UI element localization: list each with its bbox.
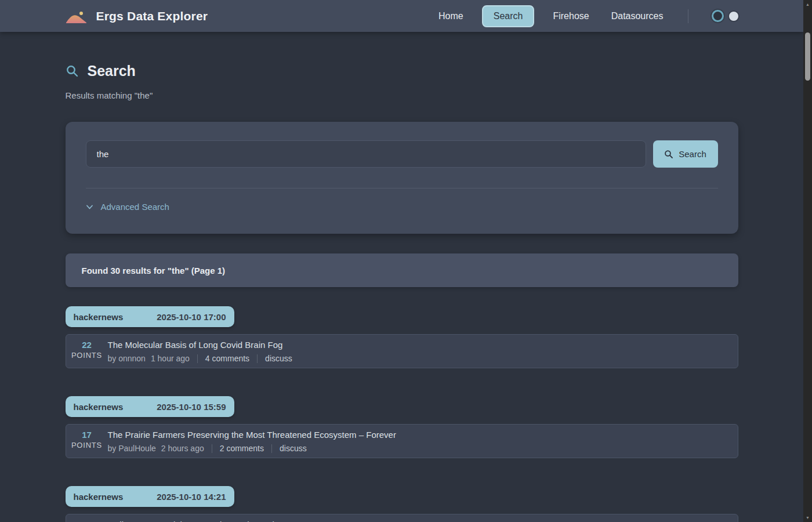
discuss-link[interactable]: discuss — [280, 444, 307, 453]
meta-separator — [271, 444, 272, 453]
search-button-label: Search — [679, 149, 706, 159]
points-label: POINTS — [71, 441, 102, 449]
points-column: 17 POINTS — [66, 429, 108, 453]
scroll-down-arrow-icon[interactable]: ▼ — [803, 513, 812, 522]
nav-item-firehose[interactable]: Firehose — [549, 5, 592, 27]
meta-separator — [212, 444, 212, 453]
points-value: 197 — [79, 520, 94, 522]
search-icon — [66, 64, 79, 78]
scroll-up-arrow-icon[interactable]: ▲ — [803, 0, 812, 9]
result-meta: by onnnon 1 hour ago 4 comments discuss — [108, 354, 728, 363]
result-group: hackernews 2025-10-10 15:59 17 POINTS Th… — [66, 396, 738, 458]
source-name: hackernews — [74, 492, 124, 502]
app-title: Ergs Data Explorer — [96, 9, 208, 23]
result-title-link[interactable]: The Prairie Farmers Preserving the Most … — [108, 430, 728, 440]
source-badge: hackernews 2025-10-10 17:00 — [66, 306, 234, 327]
result-group: hackernews 2025-10-10 14:21 197 Igalia, … — [66, 486, 738, 522]
source-name: hackernews — [74, 402, 124, 412]
result-timestamp: 2025-10-10 17:00 — [157, 312, 226, 322]
result-title-link[interactable]: Igalia, Servo, and the Sovereign Tech Fu… — [108, 520, 728, 522]
panel-divider — [86, 188, 718, 188]
advanced-search-label: Advanced Search — [101, 202, 169, 212]
result-age: 1 hour ago — [151, 354, 190, 363]
dune-sun-logo-icon — [66, 9, 87, 24]
points-column: 22 POINTS — [66, 339, 108, 363]
result-timestamp: 2025-10-10 14:21 — [157, 492, 226, 502]
discuss-link[interactable]: discuss — [265, 354, 292, 363]
result-card: 17 POINTS The Prairie Farmers Preserving… — [66, 424, 738, 458]
brand[interactable]: Ergs Data Explorer — [66, 9, 208, 24]
result-meta: by PaulHoule 2 hours ago 2 comments disc… — [108, 444, 728, 453]
result-author: by PaulHoule — [108, 444, 156, 453]
page-subtitle: Results matching "the" — [66, 90, 738, 100]
nav-item-home[interactable]: Home — [435, 5, 467, 27]
source-name: hackernews — [74, 312, 124, 322]
result-card: 22 POINTS The Molecular Basis of Long Co… — [66, 334, 738, 368]
search-panel: Search Advanced Search — [66, 122, 738, 234]
navbar: Ergs Data Explorer Home Search Firehose … — [0, 0, 803, 32]
results-summary-bar: Found 30 results for "the" (Page 1) — [66, 253, 738, 287]
comments-link[interactable]: 2 comments — [220, 444, 264, 453]
nav-item-search[interactable]: Search — [482, 5, 535, 27]
result-age: 2 hours ago — [161, 444, 204, 453]
advanced-search-toggle[interactable]: Advanced Search — [86, 202, 169, 212]
page-title: Search — [88, 63, 136, 79]
scrollbar-thumb[interactable] — [805, 32, 810, 81]
meta-separator — [257, 354, 258, 363]
light-theme-toggle-icon[interactable] — [729, 12, 738, 21]
vertical-scrollbar[interactable]: ▲ ▼ — [803, 0, 812, 522]
result-author: by onnnon — [108, 354, 146, 363]
main-content: Search Results matching "the" Search — [66, 63, 738, 522]
result-timestamp: 2025-10-10 15:59 — [157, 402, 226, 412]
source-badge: hackernews 2025-10-10 14:21 — [66, 486, 234, 507]
result-title-link[interactable]: The Molecular Basis of Long Covid Brain … — [108, 340, 728, 350]
result-card: 197 Igalia, Servo, and the Sovereign Tec… — [66, 514, 738, 522]
result-group: hackernews 2025-10-10 17:00 22 POINTS Th… — [66, 306, 738, 368]
nav-item-datasources[interactable]: Datasources — [608, 5, 667, 27]
nav-links: Home Search Firehose Datasources — [435, 5, 738, 27]
comments-link[interactable]: 4 comments — [205, 354, 249, 363]
search-input[interactable] — [86, 140, 646, 168]
chevron-down-icon — [86, 204, 93, 210]
points-value: 17 — [82, 430, 92, 440]
dark-theme-toggle-icon[interactable] — [712, 10, 724, 22]
points-label: POINTS — [71, 351, 102, 360]
meta-separator — [197, 354, 198, 363]
search-button[interactable]: Search — [653, 140, 718, 168]
results-summary-text: Found 30 results for "the" (Page 1) — [82, 266, 226, 276]
nav-divider — [688, 9, 688, 23]
app-window: Ergs Data Explorer Home Search Firehose … — [0, 0, 803, 522]
source-badge: hackernews 2025-10-10 15:59 — [66, 396, 234, 417]
theme-toggle-group — [712, 10, 738, 22]
points-value: 22 — [82, 340, 92, 350]
search-button-icon — [664, 150, 673, 159]
points-column: 197 — [66, 519, 108, 522]
